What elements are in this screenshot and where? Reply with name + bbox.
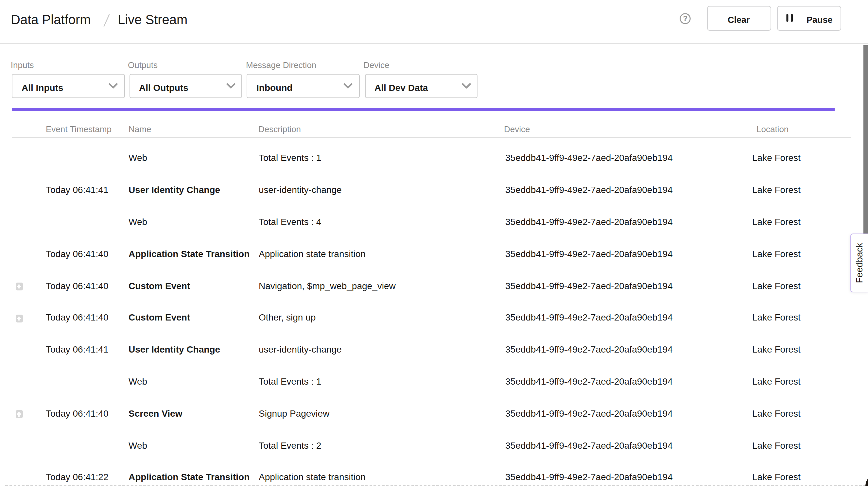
svg-text:?: ? [683, 14, 687, 23]
